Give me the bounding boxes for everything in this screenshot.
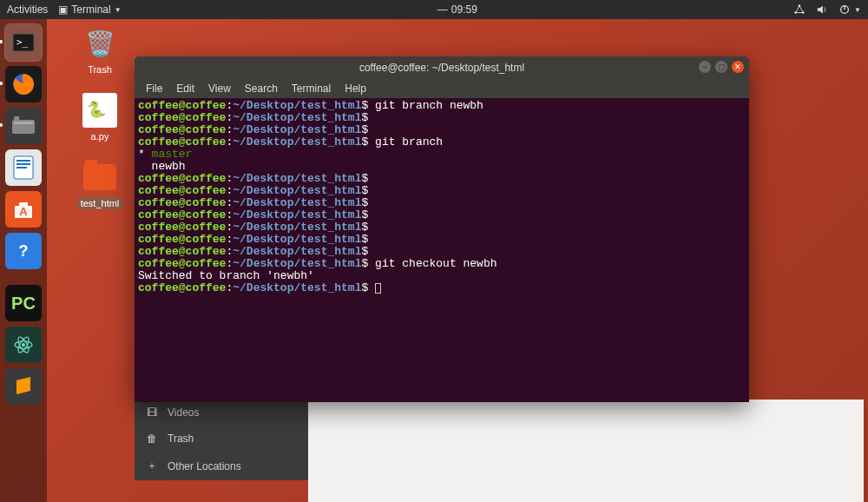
prompt-path: ~/Desktop/test_html <box>233 196 361 209</box>
prompt-path: ~/Desktop/test_html <box>233 135 361 149</box>
files-sidebar-label: Trash <box>168 433 194 445</box>
chevron-down-icon: ▼ <box>115 6 122 14</box>
launcher-atom[interactable] <box>5 327 42 363</box>
launcher-files[interactable] <box>5 108 42 144</box>
desktop-folder-test-html[interactable]: test_html <box>77 160 123 209</box>
terminal-cursor <box>375 283 381 294</box>
prompt-path: ~/Desktop/test_html <box>233 281 361 294</box>
trash-icon: 🗑️ <box>82 26 117 61</box>
prompt-path: ~/Desktop/test_html <box>233 172 361 185</box>
desktop-file-apy[interactable]: a.py <box>82 93 117 142</box>
terminal-body[interactable]: coffee@coffee:~/Desktop/test_html$ git b… <box>135 98 749 402</box>
prompt-sigil: $ <box>361 123 368 136</box>
launcher-help[interactable]: ? <box>5 233 42 269</box>
term-cmd: git branch <box>368 135 443 149</box>
prompt-sigil: $ <box>361 233 368 246</box>
menu-edit[interactable]: Edit <box>170 81 201 96</box>
terminal-menubar: File Edit View Search Terminal Help <box>135 79 749 98</box>
svg-rect-10 <box>14 116 19 120</box>
svg-text:A: A <box>19 205 28 218</box>
prompt-sigil: $ <box>361 245 368 258</box>
prompt-userhost: coffee@coffee <box>138 245 226 258</box>
prompt-path: ~/Desktop/test_html <box>233 184 361 197</box>
power-icon[interactable]: ▼ <box>838 3 861 16</box>
branch-star: * <box>138 148 152 161</box>
prompt-sigil: $ <box>361 196 368 209</box>
svg-rect-13 <box>16 163 30 165</box>
svg-rect-9 <box>14 122 33 124</box>
clock-glyph: — <box>437 3 448 16</box>
prompt-path: ~/Desktop/test_html <box>233 257 361 270</box>
files-sidebar-trash[interactable]: 🗑 Trash <box>135 426 308 452</box>
menu-help[interactable]: Help <box>339 81 372 96</box>
plus-icon: ＋ <box>147 459 157 473</box>
desktop: 🗑️ Trash a.py test_html <box>69 26 130 209</box>
desktop-trash-label: Trash <box>84 63 115 76</box>
svg-text:?: ? <box>19 242 29 260</box>
prompt-path: ~/Desktop/test_html <box>233 111 361 124</box>
prompt-userhost: coffee@coffee <box>138 111 226 124</box>
prompt-userhost: coffee@coffee <box>138 281 226 294</box>
launcher-software[interactable]: A <box>5 191 42 228</box>
prompt-userhost: coffee@coffee <box>138 257 226 270</box>
app-menu-label: Terminal <box>71 3 110 16</box>
prompt-userhost: coffee@coffee <box>138 172 226 185</box>
clock-time: 09:59 <box>451 3 477 16</box>
prompt-sigil: $ <box>361 184 368 197</box>
files-sidebar-other-locations[interactable]: ＋ Other Locations <box>135 452 308 480</box>
terminal-title: coffee@coffee: ~/Desktop/test_html <box>359 62 524 74</box>
launcher-sublime[interactable] <box>5 368 42 405</box>
launcher-terminal[interactable]: >_ <box>5 24 42 61</box>
menu-search[interactable]: Search <box>239 81 284 96</box>
prompt-sigil: $ <box>361 221 368 234</box>
prompt-path: ~/Desktop/test_html <box>233 245 361 258</box>
pycharm-label: PC <box>11 294 36 314</box>
desktop-apy-label: a.py <box>88 130 113 142</box>
prompt-userhost: coffee@coffee <box>138 99 226 112</box>
branch-other: newbh <box>138 160 186 173</box>
trash-icon: 🗑 <box>147 433 157 445</box>
launcher: >_ A ? PC <box>0 19 47 502</box>
prompt-path: ~/Desktop/test_html <box>233 233 361 246</box>
network-icon[interactable] <box>793 3 806 16</box>
prompt-sigil: $ <box>361 111 368 124</box>
svg-rect-14 <box>16 167 27 168</box>
files-sidebar-videos[interactable]: 🎞 Videos <box>135 400 308 426</box>
prompt-path: ~/Desktop/test_html <box>233 123 361 136</box>
running-pip-icon <box>0 82 3 85</box>
launcher-writer[interactable] <box>5 149 42 186</box>
app-menu[interactable]: ▣ Terminal ▼ <box>58 3 121 16</box>
window-minimize-button[interactable]: – <box>699 61 711 73</box>
terminal-icon: ▣ <box>58 3 68 16</box>
branch-current: master <box>152 148 193 161</box>
clock[interactable]: — 09:59 <box>437 3 477 16</box>
prompt-userhost: coffee@coffee <box>138 233 226 246</box>
prompt-userhost: coffee@coffee <box>138 184 226 197</box>
prompt-userhost: coffee@coffee <box>138 196 226 209</box>
svg-rect-12 <box>16 160 30 162</box>
term-cmd: git branch newbh <box>368 99 483 112</box>
files-sidebar: 🎞 Videos 🗑 Trash ＋ Other Locations <box>135 400 308 480</box>
launcher-pycharm[interactable]: PC <box>5 285 42 321</box>
folder-icon <box>82 160 117 195</box>
terminal-window: coffee@coffee: ~/Desktop/test_html – ▢ ✕… <box>135 56 749 402</box>
svg-text:>_: >_ <box>16 36 29 48</box>
activities-button[interactable]: Activities <box>7 3 48 16</box>
window-maximize-button[interactable]: ▢ <box>715 61 727 73</box>
files-content-pane[interactable] <box>308 400 864 502</box>
menu-file[interactable]: File <box>140 81 168 96</box>
prompt-userhost: coffee@coffee <box>138 123 226 136</box>
desktop-trash[interactable]: 🗑️ Trash <box>82 26 117 76</box>
terminal-titlebar[interactable]: coffee@coffee: ~/Desktop/test_html – ▢ ✕ <box>135 56 749 79</box>
videos-icon: 🎞 <box>147 406 157 419</box>
files-sidebar-label: Videos <box>168 406 199 419</box>
menu-terminal[interactable]: Terminal <box>286 81 337 96</box>
volume-icon[interactable] <box>816 3 828 16</box>
window-close-button[interactable]: ✕ <box>732 61 744 73</box>
prompt-path: ~/Desktop/test_html <box>233 99 361 112</box>
running-pip-icon <box>0 123 3 127</box>
term-output: Switched to branch 'newbh' <box>138 269 314 282</box>
menu-view[interactable]: View <box>202 81 237 96</box>
prompt-userhost: coffee@coffee <box>138 221 226 234</box>
launcher-firefox[interactable] <box>5 66 42 102</box>
